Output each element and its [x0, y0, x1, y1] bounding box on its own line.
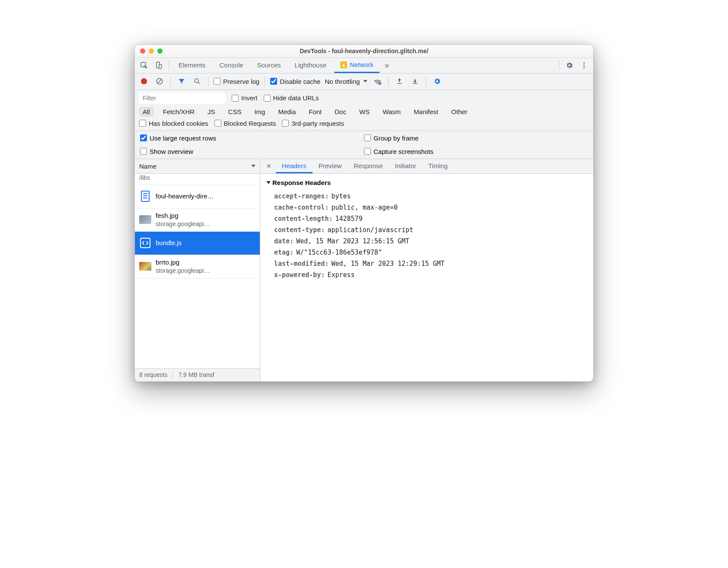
status-bar: 8 requests 7.9 MB transf [135, 368, 260, 381]
chip-font[interactable]: Font [305, 107, 325, 116]
header-value: 1428579 [335, 215, 362, 223]
main-area: Name /libsfoul-heavenly-dire…fesh.jpgsto… [135, 159, 593, 381]
chip-ws[interactable]: WS [356, 107, 373, 116]
response-header-row: content-typeapplication/javascript [266, 224, 587, 236]
response-header-row: etagW/"15cc63-186e53ef978" [266, 247, 587, 258]
request-row[interactable]: brrto.jpgstorage.googleapi… [135, 255, 260, 278]
record-button[interactable] [138, 76, 150, 87]
network-settings-icon[interactable] [431, 76, 443, 87]
more-tabs-button[interactable]: » [381, 61, 393, 70]
preserve-log-label: Preserve log [223, 78, 259, 85]
detail-panel: ✕ Headers Preview Response Initiator Tim… [260, 159, 593, 381]
third-party-checkbox[interactable]: 3rd-party requests [282, 120, 344, 127]
close-window-icon[interactable] [140, 48, 145, 54]
search-icon[interactable] [192, 76, 203, 87]
capture-screenshots-label: Capture screenshots [374, 148, 433, 155]
name-column-label: Name [139, 163, 156, 170]
request-name: fesh.jpg [156, 211, 210, 220]
dtab-initiator[interactable]: Initiator [389, 159, 422, 173]
invert-checkbox[interactable]: Invert [232, 94, 258, 102]
svg-rect-12 [413, 83, 418, 84]
disclosure-triangle-icon [266, 181, 271, 184]
download-har-icon[interactable] [409, 76, 421, 87]
request-row[interactable]: /libs [135, 174, 260, 185]
dtab-preview[interactable]: Preview [313, 159, 348, 173]
chip-all[interactable]: All [139, 107, 153, 116]
use-large-rows-checkbox[interactable]: Use large request rows [140, 134, 364, 142]
chip-js[interactable]: JS [204, 107, 219, 116]
request-type-filters: All Fetch/XHR JS CSS Img Media Font Doc … [139, 107, 589, 116]
request-row[interactable]: foul-heavenly-dire… [135, 185, 260, 208]
response-headers-section[interactable]: Response Headers [266, 179, 587, 186]
kebab-menu-icon[interactable] [578, 59, 591, 72]
chip-manifest[interactable]: Manifest [410, 107, 442, 116]
settings-gear-icon[interactable] [563, 59, 576, 72]
close-detail-button[interactable]: ✕ [262, 163, 276, 169]
throttling-dropdown[interactable]: No throttling [325, 78, 367, 85]
warning-badge-icon: ▲ [340, 61, 347, 68]
image-thumbnail-icon [139, 260, 151, 272]
network-toolbar: Preserve log Disable cache No throttling [135, 73, 593, 90]
dtab-timing[interactable]: Timing [422, 159, 453, 173]
chip-img[interactable]: Img [251, 107, 268, 116]
tab-sources[interactable]: Sources [251, 57, 287, 73]
header-value: Express [327, 271, 354, 279]
status-requests: 8 requests [139, 371, 167, 378]
chip-wasm[interactable]: Wasm [379, 107, 404, 116]
inspect-element-icon[interactable] [137, 59, 150, 72]
tab-network-label: Network [350, 57, 374, 73]
maximize-window-icon[interactable] [157, 48, 163, 54]
header-key: accept-ranges [274, 192, 329, 200]
filter-icon[interactable] [176, 76, 187, 87]
document-icon [139, 190, 151, 202]
filter-bar: Invert Hide data URLs All Fetch/XHR JS C… [135, 90, 593, 131]
chip-fetch-xhr[interactable]: Fetch/XHR [160, 107, 198, 116]
tab-console[interactable]: Console [214, 57, 249, 73]
upload-har-icon[interactable] [394, 76, 405, 87]
header-key: x-powered-by [274, 271, 325, 279]
request-row[interactable]: bundle.js [135, 232, 260, 255]
has-blocked-cookies-checkbox[interactable]: Has blocked cookies [139, 120, 208, 127]
chip-other[interactable]: Other [448, 107, 471, 116]
chip-media[interactable]: Media [275, 107, 299, 116]
disable-cache-checkbox[interactable]: Disable cache [270, 78, 320, 85]
preserve-log-checkbox[interactable]: Preserve log [214, 78, 259, 85]
script-icon [139, 237, 151, 249]
response-header-row: accept-rangesbytes [266, 191, 587, 202]
devtools-tabs: Elements Console Sources Lighthouse ▲ Ne… [135, 58, 593, 73]
clear-button[interactable] [154, 76, 165, 87]
dtab-headers[interactable]: Headers [276, 159, 313, 173]
network-conditions-icon[interactable] [372, 76, 383, 87]
group-by-frame-label: Group by frame [374, 134, 418, 142]
requests-column-header[interactable]: Name [135, 159, 260, 174]
hide-data-urls-checkbox[interactable]: Hide data URLs [264, 94, 319, 102]
request-name: bundle.js [156, 239, 182, 247]
header-key: content-type [274, 226, 325, 234]
request-row[interactable]: fesh.jpgstorage.googleapi… [135, 208, 260, 232]
svg-point-4 [584, 65, 585, 66]
tab-elements[interactable]: Elements [172, 57, 212, 73]
device-mode-icon[interactable] [152, 59, 165, 72]
minimize-window-icon[interactable] [149, 48, 154, 54]
detail-body: Response Headers accept-rangesbytescache… [260, 174, 593, 381]
group-by-frame-checkbox[interactable]: Group by frame [364, 134, 588, 142]
header-key: cache-control [274, 204, 329, 211]
blocked-requests-checkbox[interactable]: Blocked Requests [214, 120, 276, 127]
filter-input[interactable] [139, 93, 226, 104]
tab-network[interactable]: ▲ Network [334, 57, 380, 73]
chip-css[interactable]: CSS [225, 107, 245, 116]
window: DevTools - foul-heavenly-direction.glitc… [134, 45, 594, 382]
chip-doc[interactable]: Doc [331, 107, 350, 116]
show-overview-checkbox[interactable]: Show overview [140, 148, 364, 155]
header-value: W/"15cc63-186e53ef978" [296, 249, 382, 256]
header-value: Wed, 15 Mar 2023 12:56:15 GMT [296, 237, 409, 245]
record-icon [141, 78, 147, 84]
traffic-lights [135, 48, 163, 54]
tab-lighthouse[interactable]: Lighthouse [289, 57, 332, 73]
image-thumbnail-icon [139, 214, 151, 226]
capture-screenshots-checkbox[interactable]: Capture screenshots [364, 148, 588, 155]
status-transfer: 7.9 MB transf [178, 371, 214, 378]
third-party-label: 3rd-party requests [291, 120, 344, 127]
dtab-response[interactable]: Response [348, 159, 389, 173]
view-options: Use large request rows Group by frame Sh… [135, 131, 593, 159]
